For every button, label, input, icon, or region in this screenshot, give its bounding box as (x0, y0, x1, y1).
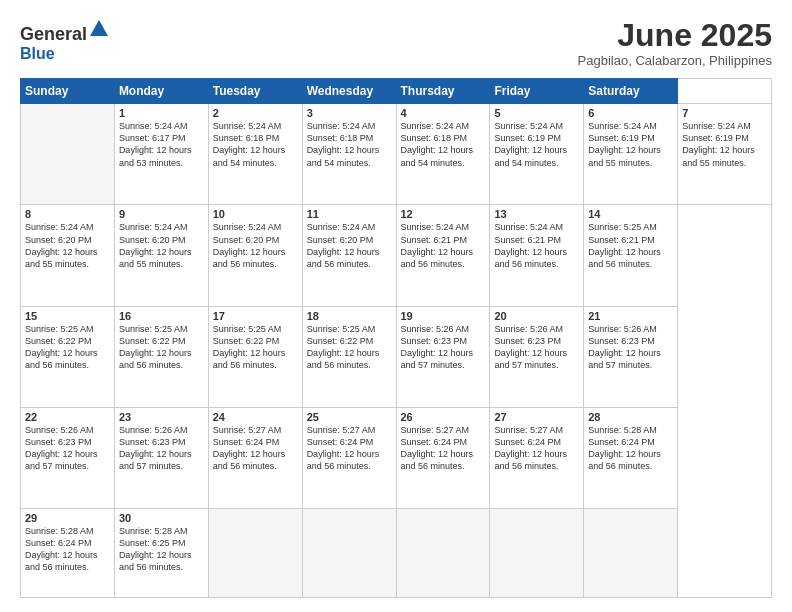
day-number: 11 (307, 208, 392, 220)
day-info: Sunrise: 5:24 AMSunset: 6:19 PMDaylight:… (682, 120, 767, 169)
table-row: 15Sunrise: 5:25 AMSunset: 6:22 PMDayligh… (21, 306, 115, 407)
subtitle: Pagbilao, Calabarzon, Philippines (578, 53, 772, 68)
table-row: 22Sunrise: 5:26 AMSunset: 6:23 PMDayligh… (21, 407, 115, 508)
table-row: 12Sunrise: 5:24 AMSunset: 6:21 PMDayligh… (396, 205, 490, 306)
header: General Blue June 2025 Pagbilao, Calabar… (20, 18, 772, 68)
day-number: 30 (119, 512, 204, 524)
day-number: 19 (401, 310, 486, 322)
day-number: 23 (119, 411, 204, 423)
day-number: 17 (213, 310, 298, 322)
day-number: 21 (588, 310, 673, 322)
table-row: 16Sunrise: 5:25 AMSunset: 6:22 PMDayligh… (114, 306, 208, 407)
day-number: 12 (401, 208, 486, 220)
day-number: 2 (213, 107, 298, 119)
table-row (584, 509, 678, 598)
day-number: 1 (119, 107, 204, 119)
day-number: 3 (307, 107, 392, 119)
day-info: Sunrise: 5:24 AMSunset: 6:20 PMDaylight:… (213, 221, 298, 270)
table-row: 17Sunrise: 5:25 AMSunset: 6:22 PMDayligh… (208, 306, 302, 407)
col-friday: Friday (490, 79, 584, 104)
day-info: Sunrise: 5:27 AMSunset: 6:24 PMDaylight:… (307, 424, 392, 473)
day-info: Sunrise: 5:24 AMSunset: 6:19 PMDaylight:… (588, 120, 673, 169)
day-info: Sunrise: 5:26 AMSunset: 6:23 PMDaylight:… (401, 323, 486, 372)
day-info: Sunrise: 5:26 AMSunset: 6:23 PMDaylight:… (25, 424, 110, 473)
day-info: Sunrise: 5:25 AMSunset: 6:22 PMDaylight:… (25, 323, 110, 372)
header-row: Sunday Monday Tuesday Wednesday Thursday… (21, 79, 772, 104)
day-number: 9 (119, 208, 204, 220)
col-tuesday: Tuesday (208, 79, 302, 104)
table-row: 19Sunrise: 5:26 AMSunset: 6:23 PMDayligh… (396, 306, 490, 407)
logo-general: General (20, 18, 110, 45)
day-info: Sunrise: 5:26 AMSunset: 6:23 PMDaylight:… (494, 323, 579, 372)
day-info: Sunrise: 5:28 AMSunset: 6:24 PMDaylight:… (588, 424, 673, 473)
week-row-3: 22Sunrise: 5:26 AMSunset: 6:23 PMDayligh… (21, 407, 772, 508)
day-number: 27 (494, 411, 579, 423)
table-row: 26Sunrise: 5:27 AMSunset: 6:24 PMDayligh… (396, 407, 490, 508)
table-row (208, 509, 302, 598)
day-number: 28 (588, 411, 673, 423)
table-row: 7Sunrise: 5:24 AMSunset: 6:19 PMDaylight… (678, 104, 772, 205)
day-number: 22 (25, 411, 110, 423)
table-row (490, 509, 584, 598)
day-number: 6 (588, 107, 673, 119)
logo: General Blue (20, 18, 110, 63)
day-info: Sunrise: 5:27 AMSunset: 6:24 PMDaylight:… (213, 424, 298, 473)
day-number: 7 (682, 107, 767, 119)
day-info: Sunrise: 5:24 AMSunset: 6:18 PMDaylight:… (401, 120, 486, 169)
table-row: 14Sunrise: 5:25 AMSunset: 6:21 PMDayligh… (584, 205, 678, 306)
day-number: 29 (25, 512, 110, 524)
table-row: 24Sunrise: 5:27 AMSunset: 6:24 PMDayligh… (208, 407, 302, 508)
table-row: 13Sunrise: 5:24 AMSunset: 6:21 PMDayligh… (490, 205, 584, 306)
table-row (302, 509, 396, 598)
day-number: 25 (307, 411, 392, 423)
week-row-2: 15Sunrise: 5:25 AMSunset: 6:22 PMDayligh… (21, 306, 772, 407)
day-info: Sunrise: 5:24 AMSunset: 6:19 PMDaylight:… (494, 120, 579, 169)
day-info: Sunrise: 5:24 AMSunset: 6:18 PMDaylight:… (213, 120, 298, 169)
day-info: Sunrise: 5:25 AMSunset: 6:22 PMDaylight:… (213, 323, 298, 372)
day-number: 18 (307, 310, 392, 322)
day-number: 10 (213, 208, 298, 220)
calendar-table: Sunday Monday Tuesday Wednesday Thursday… (20, 78, 772, 598)
title-block: June 2025 Pagbilao, Calabarzon, Philippi… (578, 18, 772, 68)
day-number: 24 (213, 411, 298, 423)
table-row: 25Sunrise: 5:27 AMSunset: 6:24 PMDayligh… (302, 407, 396, 508)
table-row (396, 509, 490, 598)
day-info: Sunrise: 5:28 AMSunset: 6:25 PMDaylight:… (119, 525, 204, 574)
table-row: 8Sunrise: 5:24 AMSunset: 6:20 PMDaylight… (21, 205, 115, 306)
week-row-1: 8Sunrise: 5:24 AMSunset: 6:20 PMDaylight… (21, 205, 772, 306)
day-number: 15 (25, 310, 110, 322)
table-row: 21Sunrise: 5:26 AMSunset: 6:23 PMDayligh… (584, 306, 678, 407)
day-info: Sunrise: 5:27 AMSunset: 6:24 PMDaylight:… (494, 424, 579, 473)
day-number: 5 (494, 107, 579, 119)
day-info: Sunrise: 5:25 AMSunset: 6:21 PMDaylight:… (588, 221, 673, 270)
day-info: Sunrise: 5:26 AMSunset: 6:23 PMDaylight:… (119, 424, 204, 473)
table-row: 3Sunrise: 5:24 AMSunset: 6:18 PMDaylight… (302, 104, 396, 205)
day-info: Sunrise: 5:24 AMSunset: 6:18 PMDaylight:… (307, 120, 392, 169)
day-number: 16 (119, 310, 204, 322)
day-number: 8 (25, 208, 110, 220)
day-info: Sunrise: 5:28 AMSunset: 6:24 PMDaylight:… (25, 525, 110, 574)
day-info: Sunrise: 5:26 AMSunset: 6:23 PMDaylight:… (588, 323, 673, 372)
table-row: 10Sunrise: 5:24 AMSunset: 6:20 PMDayligh… (208, 205, 302, 306)
day-info: Sunrise: 5:25 AMSunset: 6:22 PMDaylight:… (307, 323, 392, 372)
day-info: Sunrise: 5:24 AMSunset: 6:21 PMDaylight:… (494, 221, 579, 270)
day-info: Sunrise: 5:24 AMSunset: 6:20 PMDaylight:… (25, 221, 110, 270)
col-monday: Monday (114, 79, 208, 104)
day-info: Sunrise: 5:25 AMSunset: 6:22 PMDaylight:… (119, 323, 204, 372)
table-row: 20Sunrise: 5:26 AMSunset: 6:23 PMDayligh… (490, 306, 584, 407)
main-title: June 2025 (578, 18, 772, 53)
day-number: 13 (494, 208, 579, 220)
table-row: 23Sunrise: 5:26 AMSunset: 6:23 PMDayligh… (114, 407, 208, 508)
table-row: 4Sunrise: 5:24 AMSunset: 6:18 PMDaylight… (396, 104, 490, 205)
table-row: 29Sunrise: 5:28 AMSunset: 6:24 PMDayligh… (21, 509, 115, 598)
col-saturday: Saturday (584, 79, 678, 104)
table-row: 9Sunrise: 5:24 AMSunset: 6:20 PMDaylight… (114, 205, 208, 306)
svg-marker-0 (90, 20, 108, 36)
day-number: 26 (401, 411, 486, 423)
day-info: Sunrise: 5:24 AMSunset: 6:20 PMDaylight:… (307, 221, 392, 270)
day-info: Sunrise: 5:27 AMSunset: 6:24 PMDaylight:… (401, 424, 486, 473)
col-thursday: Thursday (396, 79, 490, 104)
table-row: 2Sunrise: 5:24 AMSunset: 6:18 PMDaylight… (208, 104, 302, 205)
day-info: Sunrise: 5:24 AMSunset: 6:21 PMDaylight:… (401, 221, 486, 270)
table-row: 11Sunrise: 5:24 AMSunset: 6:20 PMDayligh… (302, 205, 396, 306)
